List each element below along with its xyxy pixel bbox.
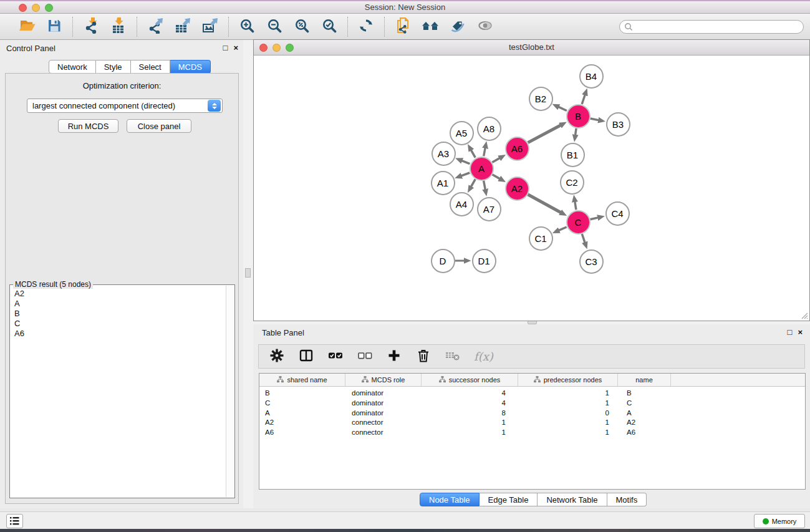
- result-item[interactable]: A: [14, 299, 226, 309]
- node-A[interactable]: A: [470, 157, 494, 181]
- edge-C-C1[interactable]: [558, 227, 567, 231]
- network-canvas[interactable]: AA1A2A3A4A5A6A7A8BB1B2B3B4CC1C2C3C4DD1: [254, 56, 809, 321]
- table-cell[interactable]: 1: [518, 418, 618, 428]
- network-from-selection-button[interactable]: [393, 17, 412, 36]
- node-C[interactable]: C: [566, 210, 591, 235]
- node-C2[interactable]: C2: [560, 170, 584, 195]
- edge-A-A7[interactable]: [484, 181, 486, 190]
- zoom-out-button[interactable]: [265, 17, 284, 36]
- function-builder-button[interactable]: f(x): [474, 348, 493, 365]
- zoom-fit-button[interactable]: [292, 17, 311, 36]
- edge-C-C4[interactable]: [591, 218, 599, 220]
- node-D1[interactable]: D1: [472, 249, 496, 273]
- table-cell[interactable]: A: [618, 409, 671, 418]
- zoom-window-button[interactable]: [45, 4, 53, 12]
- table-row[interactable]: Bdominator41B: [259, 389, 805, 399]
- export-image-button[interactable]: [201, 17, 219, 36]
- table-cell[interactable]: C: [618, 399, 671, 409]
- table-body[interactable]: Bdominator41BCdominator41CAdominator80AA…: [259, 387, 805, 438]
- column-header-predecessor-nodes[interactable]: predecessor nodes: [518, 374, 618, 386]
- edge-A-A2[interactable]: [492, 175, 500, 179]
- node-B2[interactable]: B2: [529, 87, 553, 111]
- task-history-button[interactable]: [6, 514, 23, 528]
- edge-A2-C[interactable]: [528, 195, 562, 213]
- table-cell[interactable]: 4: [422, 389, 518, 399]
- tab-network-table[interactable]: Network Table: [538, 493, 607, 506]
- table-cell[interactable]: C: [259, 399, 345, 409]
- close-view-button[interactable]: [259, 44, 268, 52]
- table-cell[interactable]: A6: [259, 428, 345, 438]
- table-cell[interactable]: 0: [518, 409, 618, 418]
- result-item[interactable]: B: [14, 309, 226, 319]
- search-box[interactable]: [619, 20, 804, 34]
- node-B1[interactable]: B1: [561, 143, 585, 167]
- delete-column-button[interactable]: [415, 348, 432, 365]
- edge-A-A6[interactable]: [492, 158, 500, 162]
- export-table-button[interactable]: [173, 17, 192, 36]
- close-panel-icon[interactable]: ×: [233, 43, 238, 52]
- select-stepper-icon[interactable]: [208, 100, 221, 112]
- table-row[interactable]: Adominator80A: [259, 409, 805, 418]
- table-cell[interactable]: 1: [518, 389, 618, 399]
- tab-edge-table[interactable]: Edge Table: [480, 493, 538, 506]
- edge-B-B2[interactable]: [558, 107, 567, 111]
- table-cell[interactable]: A2: [259, 418, 345, 428]
- table-cell[interactable]: 1: [422, 418, 518, 428]
- node-B[interactable]: B: [566, 104, 591, 128]
- node-B4[interactable]: B4: [579, 64, 604, 89]
- result-item[interactable]: A2: [14, 289, 226, 299]
- delete-table-button[interactable]: [445, 348, 461, 365]
- save-session-button[interactable]: [45, 17, 64, 36]
- close-panel-button[interactable]: Close panel: [127, 119, 191, 133]
- window-controls[interactable]: [19, 4, 53, 12]
- node-B3[interactable]: B3: [606, 112, 630, 137]
- tab-mcds[interactable]: MCDS: [170, 60, 211, 74]
- node-C3[interactable]: C3: [579, 249, 604, 274]
- table-cell[interactable]: B: [618, 389, 671, 399]
- edge-A-A1[interactable]: [461, 173, 470, 176]
- result-item[interactable]: A6: [14, 329, 226, 339]
- node-C1[interactable]: C1: [529, 226, 553, 251]
- table-cell[interactable]: B: [259, 389, 345, 399]
- column-header-name[interactable]: name: [618, 374, 671, 386]
- table-cell[interactable]: 1: [518, 428, 618, 438]
- node-A6[interactable]: A6: [505, 137, 529, 161]
- network-window-titlebar[interactable]: testGlobe.txt: [254, 40, 809, 56]
- edge-A-A5[interactable]: [471, 150, 475, 158]
- table-cell[interactable]: connector: [345, 428, 422, 438]
- resize-grip-icon[interactable]: [799, 311, 808, 319]
- edge-B-B3[interactable]: [591, 118, 600, 120]
- edge-B-B4[interactable]: [582, 94, 585, 104]
- deselect-all-rows-button[interactable]: [357, 348, 373, 365]
- table-cell[interactable]: A: [259, 409, 345, 418]
- node-table[interactable]: shared nameMCDS rolesuccessor nodesprede…: [259, 373, 806, 490]
- zoom-in-button[interactable]: [238, 17, 256, 36]
- add-column-button[interactable]: [386, 348, 402, 365]
- table-row[interactable]: A2connector11A2: [259, 418, 805, 428]
- table-cell[interactable]: connector: [345, 418, 422, 428]
- memory-button[interactable]: Memory: [754, 514, 805, 528]
- vertical-split-divider[interactable]: [243, 40, 253, 508]
- node-A3[interactable]: A3: [432, 142, 456, 166]
- tab-style[interactable]: Style: [96, 60, 131, 74]
- search-input[interactable]: [633, 21, 803, 32]
- zoom-selected-button[interactable]: [320, 17, 339, 36]
- node-A5[interactable]: A5: [450, 121, 474, 145]
- table-row[interactable]: A6connector11A6: [259, 428, 805, 438]
- run-mcds-button[interactable]: Run MCDS: [58, 119, 118, 133]
- close-window-button[interactable]: [19, 4, 27, 12]
- import-network-button[interactable]: [82, 17, 100, 36]
- float-panel-icon[interactable]: □: [788, 327, 793, 337]
- table-cell[interactable]: 4: [422, 399, 518, 409]
- mcds-result-list[interactable]: A2ABCA6: [11, 286, 226, 497]
- table-cell[interactable]: dominator: [345, 409, 422, 418]
- table-cell[interactable]: 1: [518, 399, 618, 409]
- column-header-MCDS-role[interactable]: MCDS role: [345, 374, 422, 386]
- node-D[interactable]: D: [431, 249, 455, 273]
- hide-labels-button[interactable]: [448, 17, 467, 36]
- node-A2[interactable]: A2: [505, 177, 529, 201]
- edge-A-A4[interactable]: [471, 179, 475, 187]
- table-cell[interactable]: A6: [618, 428, 671, 438]
- divider-handle[interactable]: [245, 268, 251, 278]
- select-all-rows-button[interactable]: [327, 348, 344, 365]
